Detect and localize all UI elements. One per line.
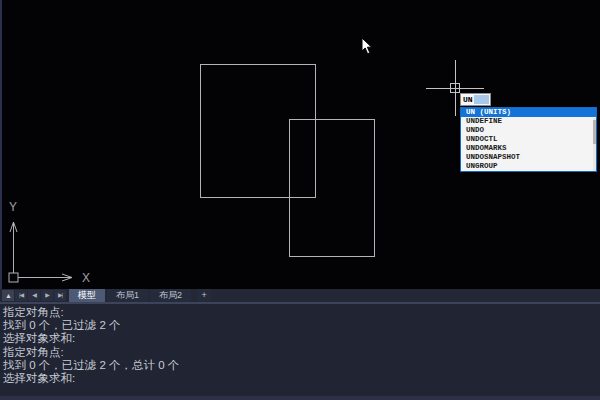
autocomplete-item-undo[interactable]: UNDO <box>461 126 596 135</box>
dynamic-command-input[interactable]: UN <box>460 93 491 106</box>
cad-application-window: Y X UN UN (UNITS) UNDEFINE UNDO <box>0 0 600 400</box>
first-tab-button[interactable]: |◀ <box>15 290 27 301</box>
last-tab-button[interactable]: ▶| <box>54 290 66 301</box>
drawn-rectangle[interactable] <box>289 119 375 257</box>
command-history-line: 选择对象求和: <box>3 332 600 345</box>
command-history-line: 找到 0 个，已过滤 2 个，总计 0 个 <box>3 359 600 372</box>
command-autocomplete-dropdown: UN (UNITS) UNDEFINE UNDO UNDOCTL UNDOMAR… <box>460 107 597 172</box>
autocomplete-scrollbar[interactable] <box>593 118 596 171</box>
tab-layout1[interactable]: 布局1 <box>107 289 148 302</box>
command-input-value: UN <box>461 95 473 104</box>
autocomplete-scrollbar-thumb[interactable] <box>593 120 596 144</box>
layout-tab-bar: ▲ |◀ ◀ ▶ ▶| 模型 布局1 布局2 + <box>0 289 600 304</box>
ucs-y-label: Y <box>9 200 17 214</box>
tab-model[interactable]: 模型 <box>69 289 105 302</box>
next-tab-button[interactable]: ▶ <box>41 290 53 301</box>
crosshair-pickbox <box>450 83 460 93</box>
ucs-x-label: X <box>82 271 90 285</box>
bottom-status-strip <box>0 396 600 400</box>
command-input-selection <box>474 95 489 104</box>
canvas-left-border <box>0 0 2 289</box>
ucs-axis-icon: Y X <box>4 196 104 288</box>
autocomplete-item-ungroup[interactable]: UNGROUP <box>461 162 596 171</box>
command-history-line: 指定对角点: <box>3 346 600 359</box>
autocomplete-item-undosnapshot[interactable]: UNDOSNAPSHOT <box>461 153 596 162</box>
command-history-line: 指定对角点: <box>3 306 600 319</box>
previous-tab-button[interactable]: ◀ <box>28 290 40 301</box>
autocomplete-item-undoctl[interactable]: UNDOCTL <box>461 135 596 144</box>
new-layout-button[interactable]: + <box>197 289 211 302</box>
autocomplete-item-un-units[interactable]: UN (UNITS) <box>461 108 596 117</box>
command-line-window[interactable]: 指定对角点: 找到 0 个，已过滤 2 个 选择对象求和: 指定对角点: 找到 … <box>0 304 600 396</box>
mouse-arrow-cursor <box>361 37 375 56</box>
command-history-line: 选择对象求和: <box>3 372 600 385</box>
autocomplete-item-undomarks[interactable]: UNDOMARKS <box>461 144 596 153</box>
autocomplete-item-undefine[interactable]: UNDEFINE <box>461 117 596 126</box>
model-space-canvas[interactable]: Y X UN UN (UNITS) UNDEFINE UNDO <box>0 0 600 289</box>
expand-command-history-button[interactable]: ▲ <box>2 290 14 301</box>
command-history-line: 找到 0 个，已过滤 2 个 <box>3 319 600 332</box>
tab-layout2[interactable]: 布局2 <box>150 289 191 302</box>
